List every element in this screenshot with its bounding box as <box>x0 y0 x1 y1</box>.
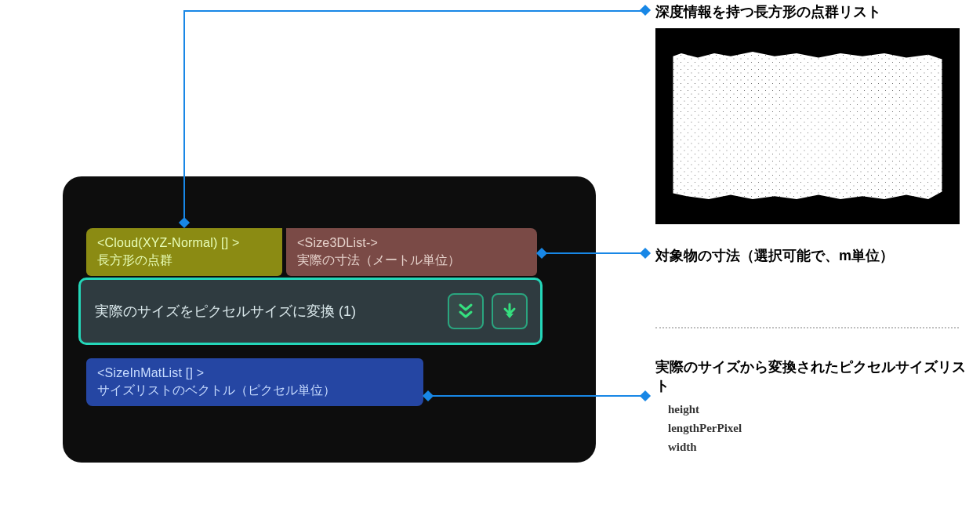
input-cloud-type: <Cloud(XYZ-Normal) [] > <box>97 234 271 252</box>
annotation-output-title: 実際のサイズから変換されたピクセルサイズリスト <box>655 357 969 396</box>
input-port-cloud[interactable]: <Cloud(XYZ-Normal) [] > 長方形の点群 <box>86 228 282 276</box>
arrow-down-icon <box>503 303 517 320</box>
annotation-divider <box>655 327 959 328</box>
node-title: 実際のサイズをピクセルサイズに変換 (1) <box>95 302 448 321</box>
double-chevron-down-icon <box>458 303 474 320</box>
expand-all-button[interactable] <box>448 293 484 329</box>
node-action-buttons <box>448 293 540 329</box>
annotation-pointcloud-title: 深度情報を持つ長方形の点群リスト <box>655 2 969 21</box>
field-lengthPerPixel: lengthPerPixel <box>668 419 903 437</box>
input-size3d-type: <Size3DList-> <box>297 234 526 252</box>
diagram-canvas: 深度情報を持つ長方形の点群リスト 対象物の寸法（選択可能で、m単位） 実際のサイ… <box>0 0 980 519</box>
input-port-size3d[interactable]: <Size3DList-> 実際の寸法（メートル単位） <box>286 228 537 276</box>
output-pixellist-label: サイズリストのベクトル（ピクセル単位） <box>97 382 412 399</box>
output-port-pixellist[interactable]: <SizeInMatList [] > サイズリストのベクトル（ピクセル単位） <box>86 358 423 406</box>
pointcloud-surface <box>670 52 945 201</box>
node-body[interactable]: 実際のサイズをピクセルサイズに変換 (1) <box>78 278 543 345</box>
field-height: height <box>668 400 903 419</box>
output-pixellist-type: <SizeInMatList [] > <box>97 365 412 382</box>
field-width: width <box>668 437 903 456</box>
svg-marker-0 <box>506 314 514 318</box>
input-size3d-label: 実際の寸法（メートル単位） <box>297 252 526 269</box>
run-button[interactable] <box>492 293 528 329</box>
pointcloud-thumbnail <box>655 28 960 224</box>
annotation-output-fields: height lengthPerPixel width <box>668 400 903 456</box>
input-cloud-label: 長方形の点群 <box>97 252 271 269</box>
annotation-size3d-title: 対象物の寸法（選択可能で、m単位） <box>655 246 969 265</box>
